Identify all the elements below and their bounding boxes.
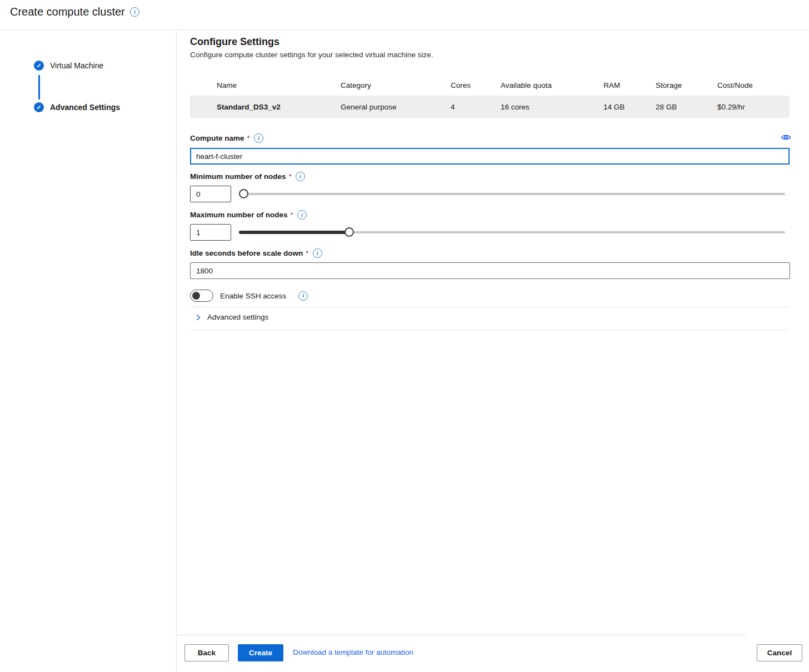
check-circle-icon: ✓	[34, 102, 44, 112]
slider-handle[interactable]	[344, 227, 354, 237]
stepper-item-advanced-settings[interactable]: ✓ Advanced Settings	[34, 102, 120, 112]
create-button[interactable]: Create	[238, 644, 283, 661]
info-icon[interactable]: i	[297, 210, 307, 220]
vm-cell-name: Standard_DS3_v2	[190, 103, 341, 111]
ssh-toggle-row: Enable SSH access i	[190, 290, 308, 302]
vm-cell-available-quota: 16 cores	[501, 103, 603, 111]
vm-table-header: Name Category Cores Available quota RAM …	[190, 75, 790, 96]
page-title-text: Create compute cluster	[10, 6, 125, 18]
ssh-toggle-label: Enable SSH access	[220, 292, 286, 300]
download-template-link[interactable]: Download a template for automation	[293, 648, 413, 656]
chevron-right-icon	[195, 314, 202, 321]
vm-table-row[interactable]: Standard_DS3_v2 General purpose 4 16 cor…	[190, 96, 790, 118]
compute-name-input[interactable]	[190, 148, 790, 165]
info-icon[interactable]: i	[313, 248, 322, 258]
max-nodes-slider[interactable]	[239, 227, 785, 237]
eye-icon[interactable]	[781, 133, 791, 142]
section-subheading: Configure compute cluster settings for y…	[190, 51, 433, 59]
required-asterisk: *	[247, 134, 250, 142]
column-header-name: Name	[190, 81, 341, 89]
cancel-button[interactable]: Cancel	[757, 644, 802, 661]
vm-cell-ram: 14 GB	[603, 103, 656, 111]
info-icon[interactable]: i	[296, 172, 305, 181]
compute-name-label: Compute name * i	[190, 133, 263, 143]
column-header-available-quota: Available quota	[501, 81, 603, 89]
slider-track[interactable]	[239, 193, 785, 195]
slider-handle[interactable]	[239, 189, 248, 198]
divider	[190, 307, 790, 307]
vm-cell-cost-node: $0.29/hr	[717, 103, 790, 111]
idle-seconds-input[interactable]	[190, 262, 790, 279]
required-asterisk: *	[289, 172, 292, 181]
advanced-settings-expander[interactable]: Advanced settings	[195, 313, 268, 321]
info-icon[interactable]: i	[298, 291, 308, 301]
vm-size-table: Name Category Cores Available quota RAM …	[190, 75, 790, 118]
vm-cell-category: General purpose	[341, 103, 451, 111]
toggle-knob	[192, 292, 200, 300]
min-nodes-slider[interactable]	[239, 189, 785, 198]
column-header-cost-node: Cost/Node	[717, 81, 790, 89]
stepper-sidebar: ✓ Virtual Machine ✓ Advanced Settings	[0, 30, 177, 672]
vm-cell-cores: 4	[451, 103, 501, 111]
stepper-item-label: Virtual Machine	[50, 61, 103, 70]
required-asterisk: *	[306, 249, 308, 257]
column-header-ram: RAM	[603, 81, 656, 89]
create-compute-cluster-dialog: Create compute cluster i ✓ Virtual Machi…	[0, 0, 809, 672]
page-title: Create compute cluster i	[10, 6, 139, 18]
column-header-storage: Storage	[656, 81, 717, 89]
info-icon[interactable]: i	[130, 7, 139, 17]
back-button[interactable]: Back	[184, 644, 229, 661]
required-asterisk: *	[291, 211, 293, 219]
column-header-category: Category	[341, 81, 451, 89]
check-circle-icon: ✓	[34, 61, 44, 71]
idle-seconds-label: Idle seconds before scale down * i	[190, 248, 322, 258]
footer-divider	[177, 635, 746, 635]
ssh-toggle[interactable]	[190, 290, 213, 302]
dialog-header: Create compute cluster i	[0, 0, 809, 30]
max-nodes-label: Maximum number of nodes * i	[190, 210, 307, 220]
stepper-item-virtual-machine[interactable]: ✓ Virtual Machine	[34, 61, 103, 71]
advanced-settings-label: Advanced settings	[207, 313, 268, 321]
min-nodes-input[interactable]	[190, 186, 231, 202]
max-nodes-input[interactable]	[190, 224, 231, 241]
info-icon[interactable]: i	[254, 133, 263, 143]
stepper-connector-line	[38, 75, 40, 99]
slider-fill	[239, 231, 349, 234]
divider	[190, 330, 790, 330]
vm-cell-storage: 28 GB	[656, 103, 717, 111]
min-nodes-label: Minimum number of nodes * i	[190, 172, 305, 181]
section-heading: Configure Settings	[190, 36, 279, 48]
stepper-item-label: Advanced Settings	[50, 103, 120, 112]
column-header-cores: Cores	[451, 81, 501, 89]
